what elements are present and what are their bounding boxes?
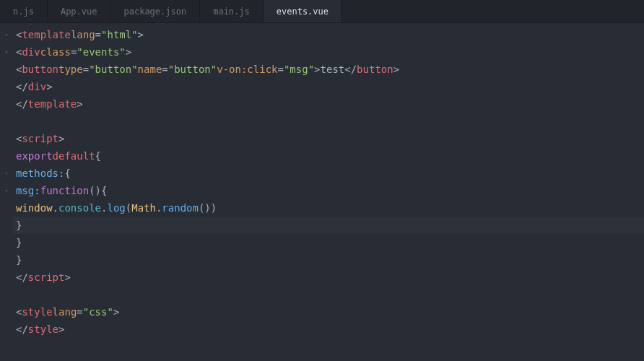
- code-line: </style>: [13, 321, 644, 338]
- tab-bar: n.js App.vue package.json main.js events…: [0, 0, 644, 23]
- code-line: window.console.log(Math.random()): [13, 199, 644, 217]
- code-line: }: [13, 251, 644, 269]
- tab-app-vue[interactable]: App.vue: [48, 0, 111, 22]
- code-line: export default{: [13, 147, 644, 165]
- code-line: <template lang="html">: [13, 26, 644, 43]
- code-line: <button type="button" name="button" v-on…: [13, 61, 644, 78]
- code-line: [13, 286, 644, 303]
- code-line: }: [13, 234, 644, 251]
- editor: ▾ ▾ ▾ ▾ <template lang="html"> <div clas…: [0, 23, 644, 361]
- fold-icon[interactable]: ▾: [4, 170, 8, 177]
- code-line: [13, 113, 644, 130]
- code-line: msg:function(){: [13, 182, 644, 199]
- fold-gutter: ▾ ▾ ▾ ▾: [0, 23, 13, 361]
- code-line: </script>: [13, 269, 644, 286]
- code-area[interactable]: <template lang="html"> <div class="event…: [13, 23, 644, 361]
- fold-icon[interactable]: ▾: [4, 31, 8, 38]
- code-line: <div class="events">: [13, 43, 644, 61]
- code-line: </template>: [13, 95, 644, 113]
- code-line: <script>: [13, 130, 644, 147]
- code-line: <style lang="css">: [13, 303, 644, 321]
- fold-icon[interactable]: ▾: [4, 48, 8, 56]
- code-line: methods:{: [13, 165, 644, 182]
- code-line: </div>: [13, 78, 644, 95]
- tab-events-vue[interactable]: events.vue: [264, 0, 342, 22]
- tab-n-js[interactable]: n.js: [0, 0, 48, 22]
- code-line: }: [13, 217, 644, 234]
- tab-package-json[interactable]: package.json: [110, 0, 200, 22]
- fold-icon[interactable]: ▾: [4, 187, 8, 194]
- tab-main-js[interactable]: main.js: [200, 0, 264, 22]
